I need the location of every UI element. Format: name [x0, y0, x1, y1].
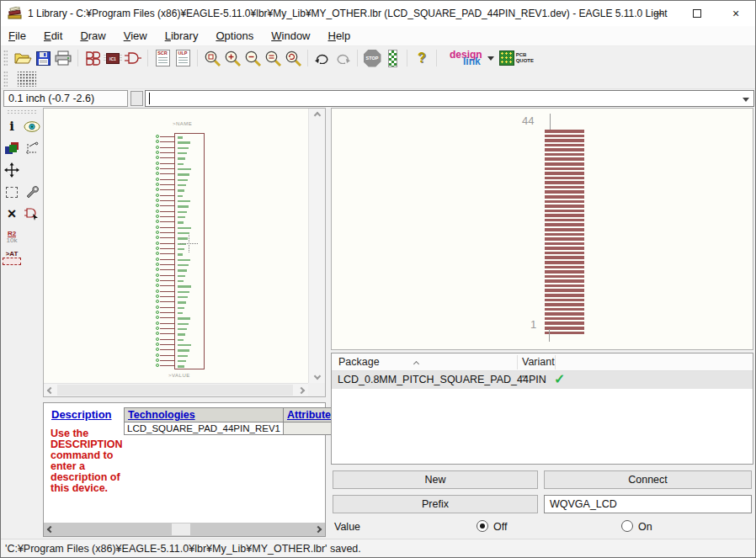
- package-pad: [545, 148, 584, 151]
- package-editor-button[interactable]: IC1: [103, 48, 123, 68]
- scroll-down-button[interactable]: [309, 369, 326, 383]
- symbol-pin: [156, 178, 174, 182]
- connect-button[interactable]: Connect: [544, 470, 752, 489]
- symbol-pin: [156, 167, 174, 171]
- scrollbar-thumb[interactable]: [57, 385, 293, 396]
- menu-item-library[interactable]: Library: [165, 29, 199, 42]
- symbol-editor-button[interactable]: [123, 48, 143, 68]
- zoom-select-button[interactable]: [263, 48, 283, 68]
- redo-button[interactable]: [333, 48, 353, 68]
- device-editor-button[interactable]: [83, 48, 103, 68]
- change-tool[interactable]: [22, 183, 42, 201]
- eagle-library-window: 1 Library - C:¥Program Files (x86)¥EAGLE…: [0, 0, 756, 558]
- maximize-button[interactable]: [678, 1, 716, 26]
- scroll-right-button[interactable]: [295, 384, 308, 396]
- column-divider[interactable]: [517, 355, 518, 369]
- technologies-header[interactable]: Technologies: [125, 408, 284, 422]
- package-pad: [545, 130, 584, 133]
- symbol-canvas[interactable]: >NAME >VALUE: [44, 109, 308, 383]
- pin-name-text: [178, 280, 184, 283]
- display-layers-tool[interactable]: [2, 139, 22, 157]
- package-chip-icon: IC1: [106, 53, 120, 64]
- symbol-pin: [156, 258, 174, 262]
- package-pad: [545, 167, 584, 171]
- package-name-cell: LCD_0.8MM_PITCH_SQUARE_PAD_44PIN: [338, 374, 546, 385]
- ratsnest-button[interactable]: [382, 48, 402, 68]
- open-library-button[interactable]: [13, 48, 33, 68]
- help-button[interactable]: ?: [412, 48, 432, 68]
- stop-button[interactable]: STOP: [362, 48, 382, 68]
- menu-item-help[interactable]: Help: [328, 29, 351, 42]
- technology-value-cell[interactable]: LCD_SQUARE_PAD_44PIN_REV1: [125, 422, 284, 435]
- zoom-in-button[interactable]: [222, 48, 242, 68]
- pin-name-text: [178, 259, 190, 262]
- variant-cell: '': [522, 374, 526, 385]
- scroll-left-button[interactable]: [44, 384, 57, 396]
- prefix-button[interactable]: Prefix: [333, 495, 538, 513]
- pin-name-text: [178, 339, 184, 342]
- design-link-button[interactable]: design link: [450, 50, 499, 66]
- zoom-redraw-button[interactable]: [283, 48, 303, 68]
- symbol-horizontal-scrollbar[interactable]: [44, 383, 308, 396]
- package-pad: [545, 266, 584, 269]
- save-button[interactable]: [33, 48, 53, 68]
- package-canvas[interactable]: 44 1: [331, 108, 753, 350]
- empty-slot: [22, 161, 42, 179]
- menu-item-view[interactable]: View: [124, 29, 147, 42]
- print-button[interactable]: [53, 48, 73, 68]
- group-tool[interactable]: [2, 183, 22, 201]
- value-off-radio[interactable]: [476, 520, 488, 532]
- scroll-up-button[interactable]: [309, 109, 326, 122]
- minimize-button[interactable]: [639, 1, 678, 26]
- menu-item-edit[interactable]: Edit: [44, 29, 62, 42]
- toolbar-drag-handle[interactable]: [3, 50, 8, 66]
- menu-item-file[interactable]: File: [8, 29, 26, 42]
- command-input[interactable]: [145, 90, 754, 107]
- pin-name-text: [178, 136, 183, 139]
- attribute-icon: >AT: [3, 251, 21, 265]
- run-script-button[interactable]: SCR: [152, 48, 173, 68]
- description-link[interactable]: Description: [51, 408, 112, 421]
- palette-drag-handle[interactable]: [7, 109, 37, 114]
- package-pad: [545, 327, 584, 330]
- layers-icon: [5, 142, 19, 154]
- grid-button[interactable]: [18, 72, 36, 87]
- mark-tool[interactable]: [22, 139, 42, 157]
- prefix-value-field[interactable]: WQVGA_LCD: [544, 495, 752, 513]
- run-ulp-button[interactable]: ULP: [173, 48, 193, 68]
- info-tool[interactable]: i: [2, 117, 22, 136]
- package-column-header[interactable]: Package: [338, 356, 380, 368]
- zoom-out-button[interactable]: [242, 48, 263, 68]
- show-tool[interactable]: [22, 117, 42, 136]
- secondary-toolbar: [1, 70, 755, 89]
- undo-button[interactable]: [312, 48, 333, 68]
- coordinate-mode-button[interactable]: [130, 91, 143, 106]
- package-table-row[interactable]: LCD_0.8MM_PITCH_SQUARE_PAD_44PIN '' ✓: [332, 371, 753, 389]
- variant-column-header[interactable]: Variant: [522, 356, 555, 368]
- name-value-tool[interactable]: R2 10k: [2, 226, 22, 245]
- menu-item-options[interactable]: Options: [216, 29, 253, 42]
- symbol-pin: [156, 284, 174, 288]
- menu-item-draw[interactable]: Draw: [80, 29, 105, 42]
- attribute-tool[interactable]: >AT: [2, 248, 22, 267]
- add-gate-tool[interactable]: [22, 205, 42, 223]
- zoom-fit-button[interactable]: [202, 48, 222, 68]
- value-on-radio[interactable]: [621, 520, 633, 532]
- design-link-dropdown-icon[interactable]: [487, 56, 494, 61]
- column-divider[interactable]: [555, 355, 556, 369]
- toolbar-drag-handle[interactable]: [3, 71, 8, 88]
- pin-name-text: [178, 200, 190, 203]
- symbol-pin: [156, 316, 174, 320]
- command-dropdown-icon[interactable]: [743, 98, 749, 102]
- new-button[interactable]: New: [333, 470, 538, 489]
- symbol-vertical-scrollbar[interactable]: [308, 109, 325, 383]
- pcb-quote-button[interactable]: PCB QUOTE: [499, 50, 534, 66]
- package-pad: [545, 275, 584, 279]
- delete-tool[interactable]: ×: [2, 205, 22, 223]
- name-value-icon: R2 10k: [7, 228, 18, 243]
- description-panel: Description Use the DESCRIPTION command …: [43, 402, 326, 537]
- close-button[interactable]: ×: [716, 1, 755, 26]
- value-on-label: On: [638, 521, 652, 533]
- move-tool[interactable]: [2, 161, 22, 179]
- menu-item-window[interactable]: Window: [271, 29, 310, 42]
